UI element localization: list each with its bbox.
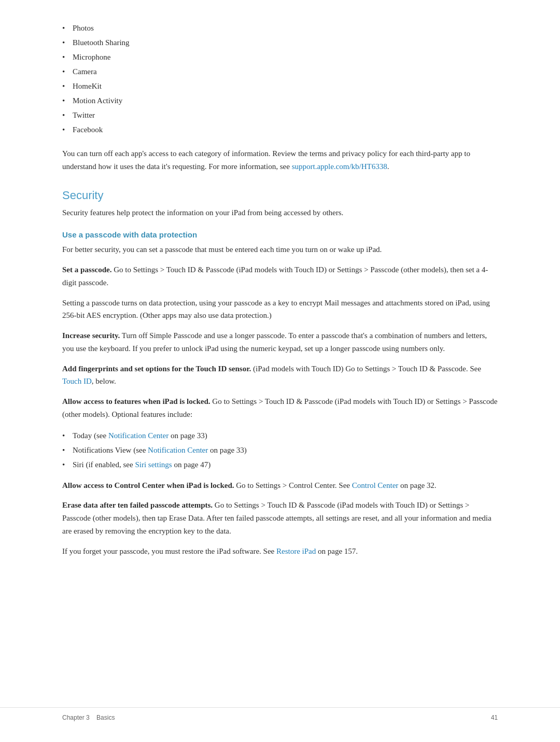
locked-list-item-2: Notifications View (see Notification Cen… [62, 443, 498, 457]
list-item: Bluetooth Sharing [62, 35, 498, 50]
passcode-para1: For better security, you can set a passc… [62, 243, 498, 256]
restore-ipad-link[interactable]: Restore iPad [276, 547, 316, 555]
passcode-para4: Increase security. Turn off Simple Passc… [62, 329, 498, 355]
locked-item1-text: Today (see [73, 431, 108, 440]
intro-paragraph: You can turn off each app's access to ea… [62, 147, 498, 173]
para8-bold: Erase data after ten failed passcode att… [62, 501, 213, 509]
control-center-link[interactable]: Control Center [352, 481, 399, 489]
footer-basics-label: Basics [96, 714, 115, 721]
para9-end: on page 157. [316, 547, 358, 555]
list-item: Facebook [62, 122, 498, 137]
notification-center-link-2[interactable]: Notification Center [148, 446, 208, 454]
passcode-para2: Set a passcode. Go to Settings > Touch I… [62, 263, 498, 289]
para9-start: If you forget your passcode, you must re… [62, 547, 276, 555]
touch-id-link[interactable]: Touch ID [62, 377, 92, 385]
para7-rest: Go to Settings > Control Center. See [234, 481, 352, 489]
passcode-para5: Add fingerprints and set options for the… [62, 362, 498, 388]
locked-item3-end: on page 47) [172, 460, 211, 469]
list-item: Motion Activity [62, 93, 498, 108]
locked-item2-text: Notifications View (see [73, 446, 148, 454]
passcode-para3: Setting a passcode turns on data protect… [62, 297, 498, 323]
para4-rest: Turn off Simple Passcode and use a longe… [62, 331, 487, 353]
bullet-list: Photos Bluetooth Sharing Microphone Came… [62, 21, 498, 137]
locked-item1-end: on page 33) [169, 431, 207, 440]
intro-text: You can turn off each app's access to ea… [62, 149, 470, 171]
page-container: Photos Bluetooth Sharing Microphone Came… [0, 0, 560, 742]
security-section: Security Security features help protect … [62, 189, 498, 558]
siri-settings-link[interactable]: Siri settings [135, 460, 172, 469]
list-item: Microphone [62, 50, 498, 64]
locked-item2-end: on page 33) [208, 446, 247, 454]
list-item: Twitter [62, 108, 498, 122]
support-link[interactable]: support.apple.com/kb/HT6338 [292, 162, 387, 171]
security-title: Security [62, 189, 498, 202]
para7-end: on page 32. [398, 481, 436, 489]
footer-chapter: Chapter 3 Basics [62, 714, 115, 721]
list-item: HomeKit [62, 79, 498, 93]
locked-list-item-1: Today (see Notification Center on page 3… [62, 428, 498, 443]
footer-page-number: 41 [491, 714, 498, 721]
locked-item3-text: Siri (if enabled, see [73, 460, 135, 469]
passcode-para9: If you forget your passcode, you must re… [62, 545, 498, 558]
para6-bold: Allow access to features when iPad is lo… [62, 397, 211, 405]
para5-rest: (iPad models with Touch ID) Go to Settin… [251, 365, 481, 373]
passcode-subsection-title: Use a passcode with data protection [62, 230, 498, 239]
notification-center-link-1[interactable]: Notification Center [108, 431, 169, 440]
para2-rest: Go to Settings > Touch ID & Passcode (iP… [62, 265, 488, 287]
para7-bold: Allow access to Control Center when iPad… [62, 481, 234, 489]
footer-chapter-label: Chapter 3 [62, 714, 90, 721]
passcode-para8: Erase data after ten failed passcode att… [62, 499, 498, 537]
locked-features-list: Today (see Notification Center on page 3… [62, 428, 498, 472]
passcode-para6: Allow access to features when iPad is lo… [62, 395, 498, 421]
para4-bold: Increase security. [62, 331, 120, 340]
para5-end: , below. [92, 377, 116, 385]
footer-bar: Chapter 3 Basics 41 [0, 707, 560, 721]
para5-bold: Add fingerprints and set options for the… [62, 365, 251, 373]
para2-bold: Set a passcode. [62, 265, 111, 274]
passcode-para7: Allow access to Control Center when iPad… [62, 479, 498, 492]
locked-list-item-3: Siri (if enabled, see Siri settings on p… [62, 457, 498, 472]
security-intro: Security features help protect the infor… [62, 206, 498, 219]
list-item: Camera [62, 64, 498, 79]
list-item: Photos [62, 21, 498, 35]
